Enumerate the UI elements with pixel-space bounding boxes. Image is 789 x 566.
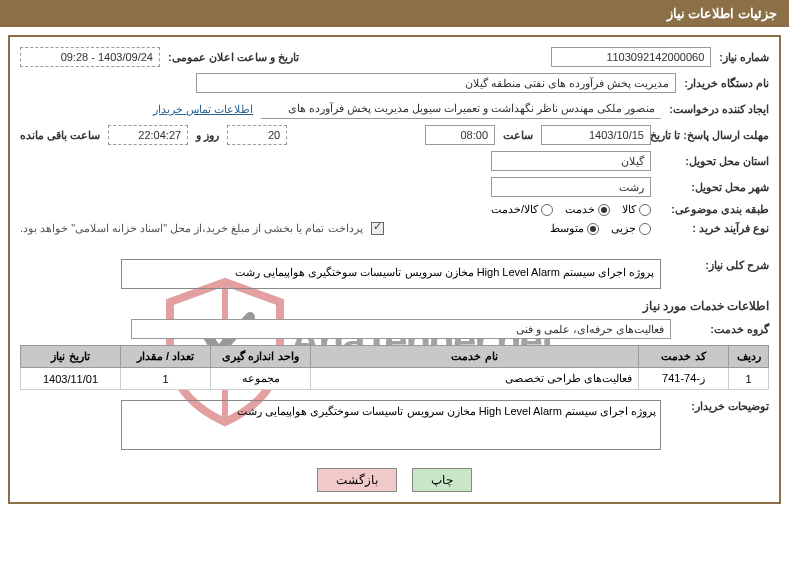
purchase-type-group: جزیی متوسط (550, 222, 651, 235)
page-title: جزئیات اطلاعات نیاز (667, 6, 777, 21)
subject-class-group: کالا خدمت کالا/خدمت (491, 203, 651, 216)
radio-service[interactable]: خدمت (565, 203, 610, 216)
buyer-contact-link[interactable]: اطلاعات تماس خریدار (153, 103, 253, 116)
buyer-notes-label: توضیحات خریدار: (669, 400, 769, 413)
print-button[interactable]: چاپ (412, 468, 472, 492)
radio-goods-service[interactable]: کالا/خدمت (491, 203, 553, 216)
need-summary-label: شرح کلی نیاز: (679, 259, 769, 272)
buyer-org-label: نام دستگاه خریدار: (684, 77, 769, 90)
buyer-org-field: مدیریت پخش فرآورده های نفتی منطقه گیلان (196, 73, 676, 93)
deadline-date-field: 1403/10/15 (541, 125, 651, 145)
th-row: ردیف (729, 346, 769, 368)
announce-dt-field: 1403/09/24 - 09:28 (20, 47, 160, 67)
services-table: ردیف کد خدمت نام خدمت واحد اندازه گیری ت… (20, 345, 769, 390)
time-left-field: 22:04:27 (108, 125, 188, 145)
button-row: چاپ بازگشت (20, 468, 769, 492)
main-frame: AriaTender.net شماره نیاز: 1103092142000… (8, 35, 781, 504)
requester-field: منصور ملکی مهندس ناظر نگهداشت و تعمیرات … (261, 99, 661, 119)
table-row: 1 ز-74-741 فعالیت‌های طراحی تخصصی مجموعه… (21, 368, 769, 390)
need-no-field: 1103092142000060 (551, 47, 711, 67)
province-label: استان محل تحویل: (659, 155, 769, 168)
cell-name: فعالیت‌های طراحی تخصصی (311, 368, 639, 390)
radio-goods[interactable]: کالا (622, 203, 651, 216)
th-need-date: تاریخ نیاز (21, 346, 121, 368)
hour-label: ساعت (503, 129, 533, 142)
need-no-label: شماره نیاز: (719, 51, 769, 64)
need-summary-box: پروژه اجرای سیستم High Level Alarm مخازن… (121, 259, 661, 289)
service-group-field: فعالیت‌های حرفه‌ای، علمی و فنی (131, 319, 671, 339)
subject-class-label: طبقه بندی موضوعی: (659, 203, 769, 216)
days-and-label: روز و (196, 129, 219, 142)
treasury-checkbox[interactable] (371, 222, 384, 235)
radio-dot-icon (587, 223, 599, 235)
th-code: کد خدمت (639, 346, 729, 368)
table-header-row: ردیف کد خدمت نام خدمت واحد اندازه گیری ت… (21, 346, 769, 368)
time-left-label: ساعت باقی مانده (20, 129, 100, 142)
cell-idx: 1 (729, 368, 769, 390)
radio-minor[interactable]: جزیی (611, 222, 651, 235)
services-info-title: اطلاعات خدمات مورد نیاز (20, 299, 769, 313)
service-group-label: گروه خدمت: (679, 323, 769, 336)
radio-dot-icon (541, 204, 553, 216)
cell-need-date: 1403/11/01 (21, 368, 121, 390)
requester-label: ایجاد کننده درخواست: (669, 103, 769, 116)
radio-dot-icon (639, 204, 651, 216)
purchase-type-label: نوع فرآیند خرید : (659, 222, 769, 235)
radio-medium[interactable]: متوسط (550, 222, 599, 235)
city-field: رشت (491, 177, 651, 197)
cell-unit: مجموعه (211, 368, 311, 390)
back-button[interactable]: بازگشت (317, 468, 397, 492)
buyer-notes-box: پروژه اجرای سیستم High Level Alarm مخازن… (121, 400, 661, 450)
th-unit: واحد اندازه گیری (211, 346, 311, 368)
cell-code: ز-74-741 (639, 368, 729, 390)
th-qty: تعداد / مقدار (121, 346, 211, 368)
radio-dot-icon (598, 204, 610, 216)
city-label: شهر محل تحویل: (659, 181, 769, 194)
announce-dt-label: تاریخ و ساعت اعلان عمومی: (168, 51, 299, 64)
page-header: جزئیات اطلاعات نیاز (0, 0, 789, 27)
payment-note: پرداخت تمام یا بخشی از مبلغ خرید،از محل … (20, 222, 363, 235)
province-field: گیلان (491, 151, 651, 171)
th-name: نام خدمت (311, 346, 639, 368)
cell-qty: 1 (121, 368, 211, 390)
deadline-label: مهلت ارسال پاسخ: تا تاریخ: (659, 129, 769, 142)
days-left-field: 20 (227, 125, 287, 145)
radio-dot-icon (639, 223, 651, 235)
deadline-hour-field: 08:00 (425, 125, 495, 145)
